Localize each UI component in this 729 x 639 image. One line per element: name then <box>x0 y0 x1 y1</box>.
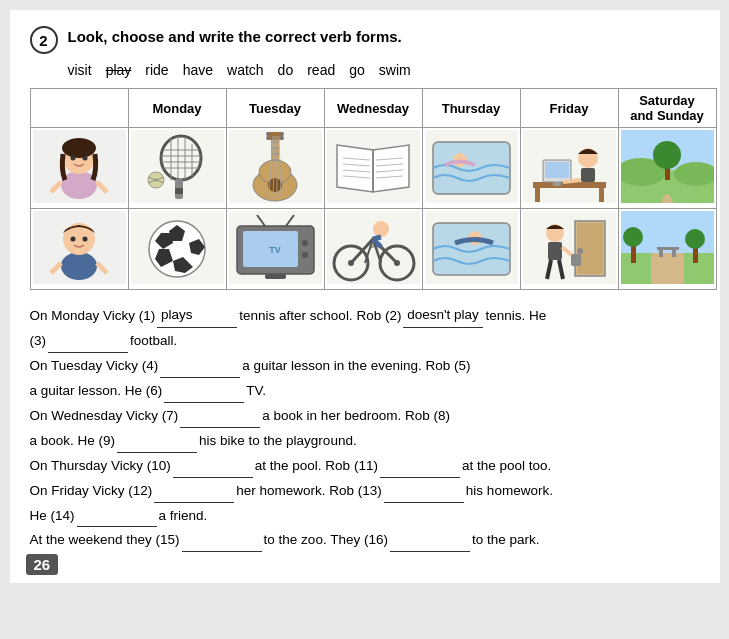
col-thursday: Thursday <box>422 89 520 128</box>
cell-vicky-portrait <box>30 128 128 209</box>
word-visit: visit <box>68 62 92 78</box>
walking-illustration <box>523 211 616 284</box>
blank-1[interactable]: plays <box>157 304 237 328</box>
sentence-8: On Friday Vicky (12) her homework. Rob (… <box>30 479 700 503</box>
svg-point-69 <box>70 237 75 242</box>
svg-rect-58 <box>553 182 561 186</box>
word-play: play <box>106 62 132 78</box>
col-tuesday: Tuesday <box>226 89 324 128</box>
svg-point-65 <box>653 141 681 169</box>
page-number: 26 <box>26 554 59 575</box>
svg-point-27 <box>266 136 270 140</box>
svg-rect-106 <box>651 253 684 284</box>
svg-point-3 <box>62 138 96 158</box>
table-header-row: Monday Tuesday Wednesday Thursday Friday… <box>30 89 716 128</box>
park-illustration <box>621 211 714 284</box>
svg-text:TV: TV <box>269 245 281 255</box>
blank-4[interactable] <box>160 354 240 378</box>
table-row-vicky <box>30 128 716 209</box>
svg-rect-57 <box>545 162 569 178</box>
sentence-5: On Wednesday Vicky (7) a book in her bed… <box>30 404 700 428</box>
blank-10[interactable] <box>173 454 253 478</box>
exercise-header: 2 Look, choose and write the correct ver… <box>30 26 700 54</box>
activities-table: Monday Tuesday Wednesday Thursday Friday… <box>30 88 717 290</box>
word-swim: swim <box>379 62 411 78</box>
svg-point-86 <box>302 252 308 258</box>
cell-vicky-saturday <box>618 128 716 209</box>
cell-vicky-monday <box>128 128 226 209</box>
football-illustration <box>131 211 224 284</box>
sentence-7: On Thursday Vicky (10) at the pool. Rob … <box>30 454 700 478</box>
table-row-rob: TV <box>30 209 716 290</box>
sentence-10: At the weekend they (15) to the zoo. The… <box>30 528 700 552</box>
guitar-illustration <box>229 130 322 203</box>
sentence-3: On Tuesday Vicky (4) a guitar lesson in … <box>30 354 700 378</box>
svg-rect-52 <box>535 188 540 202</box>
blank-9[interactable] <box>117 429 197 453</box>
svg-point-108 <box>623 227 643 247</box>
word-watch: watch <box>227 62 264 78</box>
sentence-2: (3) football. <box>30 329 700 353</box>
svg-rect-17 <box>175 188 183 194</box>
sentence-4: a guitar lesson. He (6) TV. <box>30 379 700 403</box>
exercise-text: On Monday Vicky (1) plays tennis after s… <box>30 304 700 552</box>
blank-7[interactable] <box>180 404 260 428</box>
cell-rob-portrait <box>30 209 128 290</box>
vicky-illustration <box>33 130 126 203</box>
blank-11[interactable] <box>380 454 460 478</box>
svg-point-67 <box>61 252 97 280</box>
desk-illustration <box>523 130 616 203</box>
tennis-racket-illustration <box>131 130 224 203</box>
blank-6[interactable] <box>164 379 244 403</box>
blank-15[interactable] <box>182 528 262 552</box>
svg-point-92 <box>373 221 389 237</box>
blank-3[interactable] <box>48 329 128 353</box>
cell-vicky-thursday <box>422 128 520 209</box>
exercise-page: 2 Look, choose and write the correct ver… <box>10 10 720 583</box>
col-friday: Friday <box>520 89 618 128</box>
svg-point-1 <box>61 171 97 199</box>
blank-2[interactable]: doesn't play <box>403 304 483 328</box>
cell-rob-friday <box>520 209 618 290</box>
cell-rob-tuesday: TV <box>226 209 324 290</box>
tv-illustration: TV <box>229 211 322 284</box>
svg-point-70 <box>82 237 87 242</box>
book-illustration <box>327 130 420 203</box>
cell-rob-wednesday <box>324 209 422 290</box>
svg-rect-94 <box>433 223 510 275</box>
word-do: do <box>278 62 294 78</box>
swimming-pool-illustration <box>425 130 518 203</box>
svg-rect-102 <box>571 254 581 266</box>
cell-rob-monday <box>128 209 226 290</box>
blank-14[interactable] <box>77 504 157 528</box>
svg-rect-101 <box>548 242 562 260</box>
svg-rect-48 <box>433 142 510 194</box>
word-ride: ride <box>145 62 168 78</box>
sentence-1: On Monday Vicky (1) plays tennis after s… <box>30 304 700 328</box>
cell-vicky-wednesday <box>324 128 422 209</box>
svg-point-85 <box>302 240 308 246</box>
blank-13[interactable] <box>384 479 464 503</box>
word-have: have <box>183 62 213 78</box>
exercise-number: 2 <box>30 26 58 54</box>
svg-point-4 <box>70 156 75 161</box>
cell-vicky-tuesday <box>226 128 324 209</box>
word-bank: visit play ride have watch do read go sw… <box>68 62 700 78</box>
word-go: go <box>349 62 365 78</box>
svg-point-28 <box>280 132 284 136</box>
col-monday: Monday <box>128 89 226 128</box>
cell-vicky-friday <box>520 128 618 209</box>
blank-12[interactable] <box>154 479 234 503</box>
svg-rect-55 <box>581 168 595 182</box>
cell-rob-thursday <box>422 209 520 290</box>
svg-point-26 <box>266 132 270 136</box>
sentence-6: a book. He (9) his bike to the playgroun… <box>30 429 700 453</box>
svg-rect-84 <box>265 274 286 279</box>
countryside-illustration <box>621 130 714 203</box>
svg-point-29 <box>280 136 284 140</box>
cell-rob-saturday <box>618 209 716 290</box>
blank-16[interactable] <box>390 528 470 552</box>
svg-point-99 <box>577 248 583 254</box>
col-wednesday: Wednesday <box>324 89 422 128</box>
word-read: read <box>307 62 335 78</box>
